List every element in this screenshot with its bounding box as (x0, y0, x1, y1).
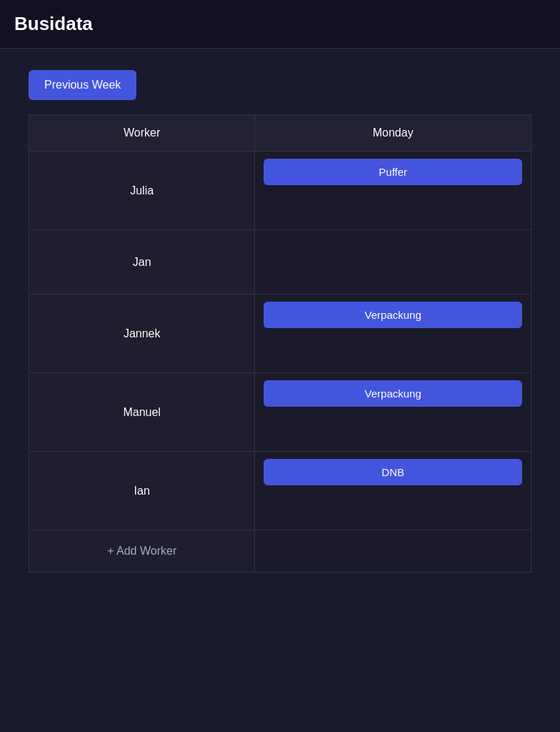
monday-cell-jan (255, 230, 531, 295)
task-badge-dnb[interactable]: DNB (264, 459, 522, 485)
add-worker-row: + Add Worker (29, 530, 531, 573)
table-row: JannekVerpackung (29, 295, 531, 373)
worker-cell-manuel: Manuel (29, 373, 255, 452)
app-title: Busidata (14, 13, 93, 34)
task-badge-verpackung[interactable]: Verpackung (264, 302, 522, 328)
monday-cell-jannek: Verpackung (255, 295, 531, 373)
task-badge-verpackung[interactable]: Verpackung (264, 380, 522, 407)
table-row: Jan (29, 230, 531, 295)
worker-cell-julia: Julia (29, 152, 255, 230)
task-badge-puffer[interactable]: Puffer (264, 159, 522, 185)
monday-column-header: Monday (255, 115, 531, 152)
main-content: Previous Week Worker Monday JuliaPufferJ… (0, 49, 560, 594)
add-worker-button[interactable]: + Add Worker (29, 530, 255, 573)
worker-cell-jannek: Jannek (29, 295, 255, 373)
app-header: Busidata (0, 0, 560, 49)
table-row: JuliaPuffer (29, 152, 531, 230)
table-row: IanDNB (29, 452, 531, 530)
monday-cell-manuel: Verpackung (255, 373, 531, 452)
worker-cell-ian: Ian (29, 452, 255, 530)
add-worker-schedule-cell (255, 530, 531, 573)
schedule-table: Worker Monday JuliaPufferJanJannekVerpac… (29, 114, 531, 573)
monday-cell-julia: Puffer (255, 152, 531, 230)
monday-cell-ian: DNB (255, 452, 531, 530)
table-row: ManuelVerpackung (29, 373, 531, 452)
prev-week-button[interactable]: Previous Week (29, 70, 136, 100)
table-header-row: Worker Monday (29, 115, 531, 152)
worker-cell-jan: Jan (29, 230, 255, 295)
worker-column-header: Worker (29, 115, 255, 152)
